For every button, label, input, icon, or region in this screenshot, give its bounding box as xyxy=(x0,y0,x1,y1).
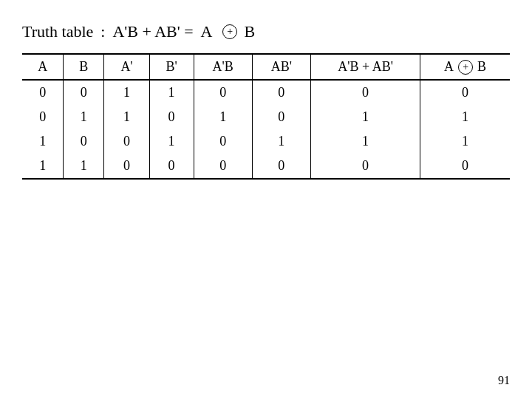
col-header-ApB: A'B xyxy=(194,54,252,80)
table-cell: 0 xyxy=(252,80,310,105)
truth-table: A B A' B' A'B AB' A'B + AB' A B 00110000… xyxy=(22,53,510,180)
table-cell: 1 xyxy=(420,105,510,129)
table-cell: 0 xyxy=(149,105,194,129)
table-cell: 0 xyxy=(22,105,64,129)
table-row: 11000000 xyxy=(22,154,510,179)
oplus-icon xyxy=(222,24,237,39)
table-cell: 1 xyxy=(22,129,64,154)
table-cell: 0 xyxy=(64,80,104,105)
col-header-A: A xyxy=(22,54,64,80)
table-cell: 0 xyxy=(194,154,252,179)
title-label: Truth table xyxy=(22,22,93,41)
table-cell: 1 xyxy=(104,105,149,129)
title-colon: : xyxy=(100,22,105,41)
table-cell: 1 xyxy=(310,129,420,154)
table-cell: 0 xyxy=(149,154,194,179)
page-number: 91 xyxy=(498,374,510,387)
table-cell: 0 xyxy=(310,154,420,179)
table-header-row: A B A' B' A'B AB' A'B + AB' A B xyxy=(22,54,510,80)
main-content: Truth table : A'B + AB' = A B A B A' B' … xyxy=(0,0,532,180)
col-header-Bprime: B' xyxy=(149,54,194,80)
col-oplus-icon xyxy=(458,60,473,75)
table-cell: 0 xyxy=(252,105,310,129)
table-cell: 0 xyxy=(22,80,64,105)
table-cell: 1 xyxy=(22,154,64,179)
table-cell: 1 xyxy=(64,105,104,129)
col-header-ABp: AB' xyxy=(252,54,310,80)
table-cell: 0 xyxy=(310,80,420,105)
col-header-Aprime: A' xyxy=(104,54,149,80)
table-row: 01101011 xyxy=(22,105,510,129)
table-cell: 0 xyxy=(252,154,310,179)
title-row: Truth table : A'B + AB' = A B xyxy=(22,22,510,41)
table-cell: 1 xyxy=(149,80,194,105)
table-cell: 0 xyxy=(420,80,510,105)
table-cell: 1 xyxy=(104,80,149,105)
table-cell: 1 xyxy=(194,105,252,129)
table-cell: 0 xyxy=(64,129,104,154)
table-cell: 1 xyxy=(252,129,310,154)
table-cell: 0 xyxy=(420,154,510,179)
table-cell: 1 xyxy=(64,154,104,179)
table-cell: 1 xyxy=(310,105,420,129)
table-row: 10010111 xyxy=(22,129,510,154)
table-cell: 1 xyxy=(420,129,510,154)
col-header-B: B xyxy=(64,54,104,80)
table-row: 00110000 xyxy=(22,80,510,105)
table-cell: 0 xyxy=(104,154,149,179)
col-header-xor: A B xyxy=(420,54,510,80)
table-cell: 0 xyxy=(194,80,252,105)
table-cell: 0 xyxy=(194,129,252,154)
title-formula: A'B + AB' = A B xyxy=(112,22,255,41)
table-cell: 1 xyxy=(149,129,194,154)
table-cell: 0 xyxy=(104,129,149,154)
col-header-sum: A'B + AB' xyxy=(310,54,420,80)
